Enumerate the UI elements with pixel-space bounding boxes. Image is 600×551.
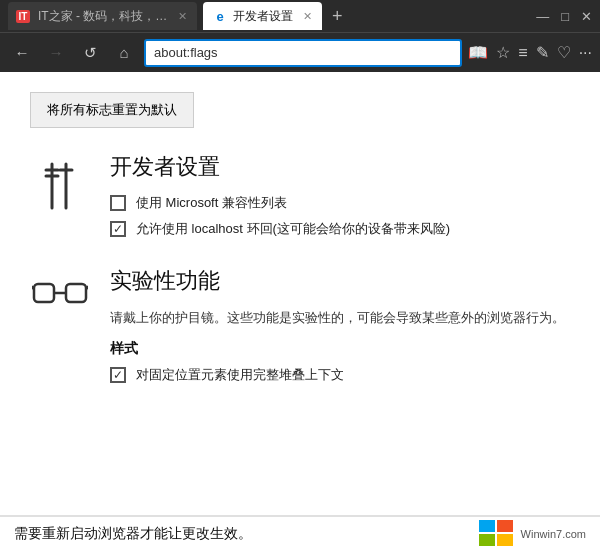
more-icon[interactable]: ··· xyxy=(579,44,592,62)
dev-section-body: 开发者设置 使用 Microsoft 兼容性列表 允许使用 localhost … xyxy=(110,152,570,246)
new-tab-button[interactable]: + xyxy=(332,6,343,27)
nav-right-icons: 📖 ☆ ≡ ✎ ♡ ··· xyxy=(468,43,592,62)
bottom-bar: 需要重新启动浏览器才能让更改生效。 Winwin7.com xyxy=(0,515,600,551)
windows-logo xyxy=(479,520,515,548)
back-button[interactable]: ← xyxy=(8,44,36,61)
exp-section-title: 实验性功能 xyxy=(110,266,570,296)
favorites-icon[interactable]: ☆ xyxy=(496,43,510,62)
site-label: Winwin7.com xyxy=(521,528,586,540)
bottom-message: 需要重新启动浏览器才能让更改生效。 xyxy=(14,525,252,543)
minimize-button[interactable]: — xyxy=(536,9,549,24)
svg-rect-11 xyxy=(497,520,513,532)
home-button[interactable]: ⌂ xyxy=(110,44,138,61)
active-tab[interactable]: e 开发者设置 ✕ xyxy=(203,2,322,30)
main-content: 将所有标志重置为默认 开发者设置 使用 Microsoft 兼容性列表 xyxy=(0,72,600,515)
hub-icon[interactable]: ≡ xyxy=(518,44,527,62)
inactive-tab-label: IT之家 - 数码，科技，生活 xyxy=(38,8,168,25)
reset-flags-button[interactable]: 将所有标志重置为默认 xyxy=(30,92,194,128)
exp-checkbox-0[interactable] xyxy=(110,367,126,383)
tools-icon xyxy=(36,156,84,216)
svg-rect-12 xyxy=(479,534,495,546)
dev-section-title: 开发者设置 xyxy=(110,152,570,182)
goggles-icon xyxy=(32,278,88,310)
svg-rect-10 xyxy=(479,520,495,532)
window-controls: — □ ✕ xyxy=(536,9,592,24)
exp-section: 实验性功能 请戴上你的护目镜。这些功能是实验性的，可能会导致某些意外的浏览器行为… xyxy=(30,266,570,392)
notes-icon[interactable]: ✎ xyxy=(536,43,549,62)
dev-check-row-1: 允许使用 localhost 环回(这可能会给你的设备带来风险) xyxy=(110,220,570,238)
svg-rect-6 xyxy=(66,284,86,302)
dev-section: 开发者设置 使用 Microsoft 兼容性列表 允许使用 localhost … xyxy=(30,152,570,246)
inactive-tab[interactable]: IT IT之家 - 数码，科技，生活 ✕ xyxy=(8,2,197,30)
svg-rect-5 xyxy=(34,284,54,302)
inactive-tab-close[interactable]: ✕ xyxy=(178,10,187,23)
share-icon[interactable]: ♡ xyxy=(557,43,571,62)
bottom-logo xyxy=(477,519,517,549)
svg-rect-13 xyxy=(497,534,513,546)
active-tab-label: 开发者设置 xyxy=(233,8,293,25)
dev-checkbox-1[interactable] xyxy=(110,221,126,237)
exp-check-label-0: 对固定位置元素使用完整堆叠上下文 xyxy=(136,366,344,384)
dev-check-label-0: 使用 Microsoft 兼容性列表 xyxy=(136,194,287,212)
dev-section-icon xyxy=(30,152,90,246)
address-text: about:flags xyxy=(154,45,218,60)
reader-icon[interactable]: 📖 xyxy=(468,43,488,62)
exp-section-body: 实验性功能 请戴上你的护目镜。这些功能是实验性的，可能会导致某些意外的浏览器行为… xyxy=(110,266,570,392)
maximize-button[interactable]: □ xyxy=(561,9,569,24)
exp-check-row-0: 对固定位置元素使用完整堆叠上下文 xyxy=(110,366,570,384)
dev-check-label-1: 允许使用 localhost 环回(这可能会给你的设备带来风险) xyxy=(136,220,450,238)
inactive-tab-favicon: IT xyxy=(18,9,32,23)
exp-subsection-title: 样式 xyxy=(110,340,570,358)
exp-section-desc: 请戴上你的护目镜。这些功能是实验性的，可能会导致某些意外的浏览器行为。 xyxy=(110,308,570,328)
active-tab-close[interactable]: ✕ xyxy=(303,10,312,23)
address-bar[interactable]: about:flags xyxy=(144,39,462,67)
active-tab-favicon: e xyxy=(213,9,227,23)
close-button[interactable]: ✕ xyxy=(581,9,592,24)
title-bar: IT IT之家 - 数码，科技，生活 ✕ e 开发者设置 ✕ + — □ ✕ xyxy=(0,0,600,32)
exp-section-icon xyxy=(30,266,90,392)
dev-check-row-0: 使用 Microsoft 兼容性列表 xyxy=(110,194,570,212)
nav-bar: ← → ↺ ⌂ about:flags 📖 ☆ ≡ ✎ ♡ ··· xyxy=(0,32,600,72)
refresh-button[interactable]: ↺ xyxy=(76,44,104,62)
dev-checkbox-0[interactable] xyxy=(110,195,126,211)
forward-button[interactable]: → xyxy=(42,44,70,61)
